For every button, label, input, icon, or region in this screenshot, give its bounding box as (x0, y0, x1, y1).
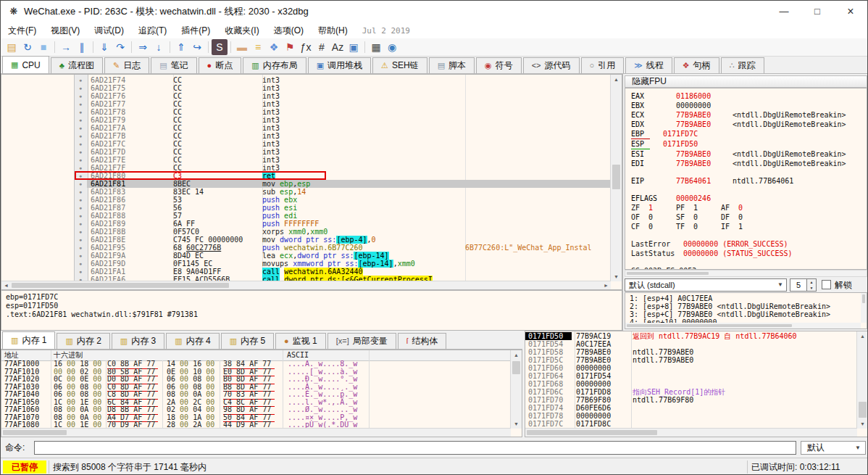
disasm-row[interactable]: 6AD21F896A FFpush FFFFFFFF (87, 220, 612, 228)
register-row[interactable]: CF0TF0IF1 (631, 222, 867, 231)
disasm-row[interactable]: 6AD21F7DCCint3 (87, 148, 612, 156)
menu-item[interactable]: 收藏夹(I) (217, 22, 266, 38)
stack-row[interactable]: 0171FD7800000000 (525, 412, 857, 420)
disasm-row[interactable]: 6AD21F8EC745 FC 00000000mov dword ptr ss… (87, 236, 612, 244)
disasm-row[interactable]: 6AD21FA1E8 9A04D1FFcall wechatwin.6AA324… (87, 268, 612, 276)
args-hscrollbar[interactable] (625, 323, 861, 329)
menu-item[interactable]: 调试(D) (87, 22, 131, 38)
command-input[interactable] (34, 441, 796, 455)
report-bug-icon[interactable]: ▣ (346, 39, 362, 55)
calling-convention-select[interactable]: 默认 (stdcall)▼ (625, 278, 787, 292)
disasm-row[interactable]: 6AD21F77CCint3 (87, 100, 612, 108)
step-over-icon[interactable]: ↷ (112, 39, 128, 55)
stack-row[interactable]: 0171FD6000000000 (525, 364, 857, 372)
strings-icon[interactable]: Az (330, 39, 346, 55)
breakpoint-dot[interactable]: ● (74, 116, 87, 124)
step-out-icon[interactable]: ⇑ (173, 39, 189, 55)
breakpoint-dot[interactable]: ● (74, 108, 87, 116)
disasm-row[interactable]: 6AD21F78CCint3 (87, 108, 612, 116)
registers-hscrollbar[interactable] (625, 270, 867, 277)
tab-日志[interactable]: ✎日志 (104, 57, 149, 73)
stack-row[interactable]: 0171FD7077B69F80ntdll.77B69F80 (525, 396, 857, 404)
scylla-icon[interactable]: S (212, 39, 228, 55)
disasm-row[interactable]: 6AD21F7ECCint3 (87, 156, 612, 164)
tab-CPU[interactable]: ▦CPU (2, 56, 49, 73)
disasm-row[interactable]: 6AD21F8857push edi (87, 212, 612, 220)
disasm-row[interactable]: 6AD21F818BECmov ebp,esp (87, 180, 612, 188)
unlock-checkbox[interactable] (822, 280, 831, 289)
disasm-row[interactable]: 6AD21F9D0F1145 ECmovups xmmword ptr ss:[… (87, 260, 612, 268)
tab-句柄[interactable]: ❖句柄 (674, 57, 719, 73)
disasm-row[interactable]: 6AD21F79CCint3 (87, 116, 612, 124)
stack-row[interactable]: 0171FD6800000000 (525, 380, 857, 388)
restart-icon[interactable]: ↻ (20, 39, 36, 55)
breakpoint-dot[interactable]: ● (74, 220, 87, 228)
disassembly-pane[interactable]: ●●●●●●●●●●●●●●●●●●●●●●●●●● 6AD21F74CCint… (1, 74, 622, 290)
stack-row[interactable]: 0171FD5877B9ABE0ntdll.77B9ABE0 (525, 348, 857, 356)
disasm-row[interactable]: 6AD21F9568 60C2776Bpush wechatwin.6B77C2… (87, 244, 612, 252)
breakpoint-dot[interactable]: ● (74, 188, 87, 196)
menu-item[interactable]: 帮助(H) (311, 22, 355, 38)
tab-监视 1[interactable]: ●监视 1 (275, 333, 326, 349)
breakpoint-dot[interactable]: ● (74, 260, 87, 268)
register-row[interactable]: EBP 0171FD7C (631, 129, 867, 139)
menu-item[interactable]: 视图(V) (43, 22, 87, 38)
disasm-row[interactable]: 6AD21F7BCCint3 (87, 132, 612, 140)
register-row[interactable]: LastStatus00000000 (STATUS_SUCCESS) (631, 249, 867, 258)
disasm-row[interactable]: 6AD21F7CCCint3 (87, 140, 612, 148)
breakpoint-dot[interactable]: ● (74, 252, 87, 260)
register-row[interactable]: EFLAGS00000246 (631, 194, 867, 203)
register-row[interactable]: EDX77B9ABE0<ntdll.DbgUiRemoteBreakin> (631, 120, 867, 129)
tab-脚本[interactable]: ▤脚本 (429, 57, 475, 73)
patches-icon[interactable]: ▬ (234, 39, 250, 55)
disasm-row[interactable]: 6AD21F8383EC 14sub esp,14 (87, 188, 612, 196)
call-argument-row[interactable]: 1: [esp+4] A0C17EEA (630, 294, 867, 302)
disasm-vscrollbar[interactable]: ▲▼ (610, 75, 622, 281)
checksum-icon[interactable]: # (314, 39, 330, 55)
breakpoint-dot[interactable]: ● (74, 92, 87, 100)
breakpoint-dot[interactable]: ● (74, 204, 87, 212)
stop-icon[interactable]: ■ (36, 39, 51, 55)
disasm-row[interactable]: 6AD21F74CCint3 (87, 76, 612, 84)
register-row[interactable]: EAX01186000 (631, 91, 867, 101)
call-argument-row[interactable]: 2: [esp+8] 77B9ABE0 <ntdll.DbgUiRemoteBr… (630, 302, 867, 310)
minimize-button[interactable]: — (767, 1, 801, 22)
stack-row[interactable]: 0171FD54A0C17EEA (525, 340, 857, 348)
calculator-icon[interactable]: ▦ (368, 39, 384, 55)
bookmarks-icon[interactable]: ⚑ (282, 39, 298, 55)
stack-row[interactable]: 0171FD6C0171FDD8指向SEH_Record[1]的指针 (525, 388, 857, 396)
dump-vscrollbar[interactable]: ▲▼ (510, 350, 522, 429)
tab-内存 5[interactable]: ▥内存 5 (221, 333, 274, 349)
breakpoint-dot[interactable]: ● (74, 228, 87, 236)
switch-thread-icon[interactable]: ↪ (189, 39, 205, 55)
arg-count-stepper[interactable]: 5 (790, 278, 807, 292)
tab-内存 3[interactable]: ▥内存 3 (112, 333, 164, 349)
tab-结构体[interactable]: ſ结构体 (398, 333, 446, 349)
breakpoint-dot[interactable]: ● (74, 140, 87, 148)
stack-hscrollbar[interactable] (525, 428, 857, 437)
labels-icon[interactable]: ❖ (266, 39, 282, 55)
disasm-row[interactable]: 6AD21F9A8D4D EClea ecx,dword ptr ss:[ebp… (87, 252, 612, 260)
breakpoint-dot[interactable]: ● (74, 76, 87, 84)
stack-vscrollbar[interactable]: ▲▼ (856, 331, 868, 429)
breakpoint-dot[interactable]: ● (74, 156, 87, 164)
menu-item[interactable]: 选项(O) (267, 22, 311, 38)
hide-fpu-button[interactable]: 隐藏FPU (625, 75, 867, 88)
run-until-return-icon[interactable]: ↓ (151, 39, 167, 55)
run-to-user-code-icon[interactable]: ⇒ (135, 39, 151, 55)
tab-流程图[interactable]: ♣流程图 (51, 57, 103, 73)
breakpoint-dot[interactable]: ● (74, 268, 87, 276)
disasm-row[interactable]: 6AD21F8653push ebx (87, 196, 612, 204)
breakpoint-dot[interactable]: ● (74, 236, 87, 244)
tab-符号[interactable]: ◉符号 (476, 57, 522, 73)
disasm-hscrollbar[interactable]: ◄► (1, 281, 611, 289)
tab-笔记[interactable]: ▤笔记 (151, 57, 196, 73)
register-row[interactable]: ESP 0171FD50 (631, 139, 867, 149)
functions-icon[interactable]: ƒx (298, 39, 314, 55)
tab-内存 4[interactable]: ▥内存 4 (166, 333, 219, 349)
arg-count-arrows[interactable]: ▲▼ (807, 278, 817, 292)
run-icon[interactable]: → (58, 39, 74, 55)
menu-item[interactable]: 文件(F) (1, 22, 43, 38)
tab-局部变量[interactable]: [x=]局部变量 (327, 333, 396, 349)
breakpoint-dot[interactable]: ● (74, 84, 87, 92)
